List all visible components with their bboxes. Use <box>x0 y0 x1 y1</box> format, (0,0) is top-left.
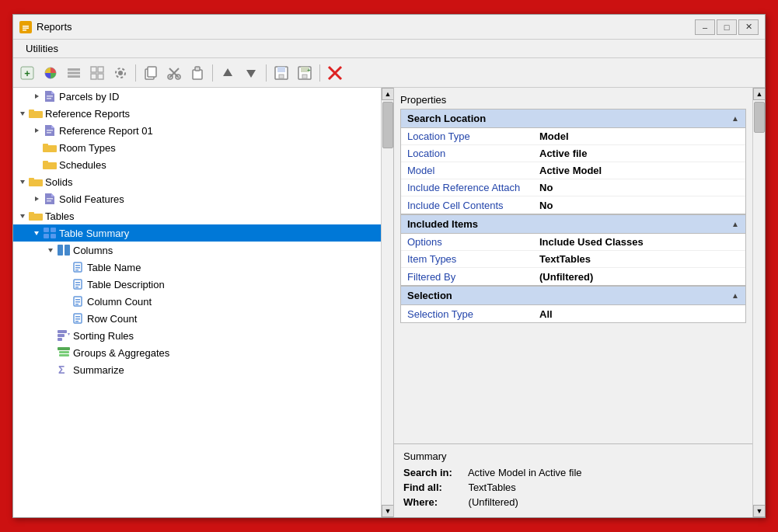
expand-groups[interactable] <box>44 346 57 359</box>
tree-item-solids[interactable]: Solids <box>13 173 393 190</box>
expand-table-name[interactable] <box>58 261 71 273</box>
expand-tables[interactable] <box>16 210 29 222</box>
svg-marker-24 <box>223 68 232 76</box>
right-scroll-down[interactable]: ▼ <box>753 505 765 517</box>
summary-value: Active Model in Active file <box>466 467 582 478</box>
prop-group-header-search-location[interactable]: Search Location▲ <box>401 110 745 128</box>
paste-button[interactable] <box>187 62 208 84</box>
new-button[interactable]: + <box>16 62 38 84</box>
tree-item-tables[interactable]: Tables <box>13 207 393 224</box>
prop-collapse-btn[interactable]: ▲ <box>731 291 739 300</box>
expand-columns[interactable] <box>44 244 57 256</box>
expand-sorting[interactable] <box>44 329 57 342</box>
expand-row-count[interactable] <box>58 312 71 325</box>
tree-item-room-types[interactable]: Room Types <box>13 139 393 156</box>
icon-parcels <box>43 90 57 103</box>
svg-rect-91 <box>58 347 70 350</box>
icon-table-desc <box>71 278 85 290</box>
tree-item-columns[interactable]: Columns <box>13 242 393 259</box>
prop-group-included-items: Included Items▲OptionsInclude Used Class… <box>400 214 746 286</box>
icon-columns <box>57 244 71 256</box>
tree-scrollbar[interactable]: ▲ ▼ <box>381 88 393 517</box>
prop-value: No <box>539 182 553 193</box>
prop-collapse-btn[interactable]: ▲ <box>731 114 739 123</box>
tree-item-solid-features[interactable]: Solid Features <box>13 190 393 207</box>
expand-table-desc[interactable] <box>58 278 71 290</box>
title-bar: Reports – □ ✕ <box>13 15 765 40</box>
prop-row-include-reference-attach: Include Reference AttachNo <box>401 179 745 196</box>
svg-rect-65 <box>51 228 56 232</box>
label-table-summary: Table Summary <box>59 228 129 239</box>
svg-rect-17 <box>148 67 156 77</box>
label-tables: Tables <box>45 210 75 222</box>
cut-button[interactable] <box>163 62 185 84</box>
tree-item-summarize[interactable]: Σ Summarize <box>13 361 393 378</box>
list-view-button[interactable] <box>63 62 85 84</box>
expand-solid-features[interactable] <box>30 193 43 205</box>
tree-item-col-count[interactable]: Column Count <box>13 293 393 310</box>
prop-group-search-location: Search Location▲Location TypeModelLocati… <box>400 109 746 214</box>
expand-solids[interactable] <box>16 176 29 188</box>
prop-group-header-included-items[interactable]: Included Items▲ <box>401 215 745 234</box>
tree-item-schedules[interactable]: Schedules <box>13 156 393 173</box>
scroll-up-button[interactable]: ▲ <box>382 88 394 100</box>
label-groups: Groups & Aggregates <box>73 347 169 359</box>
save-button[interactable] <box>270 62 292 84</box>
right-scrollbar[interactable]: ▲ ▼ <box>752 88 765 517</box>
right-scroll-track[interactable] <box>753 100 765 505</box>
svg-rect-64 <box>44 228 49 232</box>
tree-item-parcels[interactable]: Parcels by ID <box>13 88 393 105</box>
svg-rect-47 <box>47 132 51 134</box>
expand-ref-reports[interactable] <box>16 107 29 120</box>
scroll-thumb[interactable] <box>382 102 393 148</box>
prop-collapse-btn[interactable]: ▲ <box>731 220 739 228</box>
tree-item-groups[interactable]: Groups & Aggregates <box>13 344 393 361</box>
minimize-button[interactable]: – <box>695 19 715 35</box>
table-view-button[interactable] <box>86 62 108 84</box>
toolbar-separator-2 <box>212 64 213 82</box>
tree-item-sorting[interactable]: Sorting Rules <box>13 327 393 344</box>
expand-table-summary[interactable] <box>30 227 43 239</box>
tree-item-ref-reports[interactable]: Reference Reports <box>13 105 393 122</box>
properties-container: Search Location▲Location TypeModelLocati… <box>394 109 752 443</box>
icon-table-summary <box>43 227 57 239</box>
svg-rect-39 <box>47 98 51 99</box>
right-scroll-thumb[interactable] <box>754 102 765 133</box>
expand-parcels[interactable] <box>30 90 43 103</box>
svg-rect-78 <box>75 287 78 288</box>
settings-button[interactable] <box>110 62 131 84</box>
right-scroll-up[interactable]: ▲ <box>753 88 765 100</box>
move-up-button[interactable] <box>217 62 239 84</box>
saveas-button[interactable]: + <box>294 62 316 84</box>
tree-item-ref-report-01[interactable]: Reference Report 01 <box>13 122 393 139</box>
expand-room-types[interactable] <box>30 141 43 154</box>
tree-item-table-summary[interactable]: Table Summary <box>13 224 393 242</box>
close-button[interactable]: ✕ <box>738 19 759 35</box>
svg-rect-80 <box>75 299 80 301</box>
tree-area[interactable]: Parcels by ID Reference Reports Referenc… <box>13 88 393 517</box>
tree-item-row-count[interactable]: Row Count <box>13 310 393 327</box>
svg-marker-63 <box>34 231 39 235</box>
move-down-button[interactable] <box>240 62 262 84</box>
expand-ref-report-01[interactable] <box>30 124 43 137</box>
svg-rect-93 <box>59 354 69 356</box>
expand-schedules[interactable] <box>30 158 43 171</box>
toolbar-separator-3 <box>266 64 267 82</box>
maximize-button[interactable]: □ <box>717 19 737 35</box>
delete-button[interactable] <box>324 62 346 84</box>
expand-summarize[interactable] <box>44 363 57 376</box>
scroll-down-button[interactable]: ▼ <box>382 505 394 517</box>
summary-value: (Unfiltered) <box>466 496 518 508</box>
tree-item-table-name[interactable]: Table Name <box>13 259 393 276</box>
svg-rect-11 <box>98 67 103 72</box>
tree-item-table-desc[interactable]: Table Description <box>13 276 393 293</box>
copy-button[interactable] <box>140 62 162 84</box>
prop-name: Location <box>407 148 539 159</box>
menu-utilities[interactable]: Utilities <box>19 41 65 56</box>
svg-rect-28 <box>279 75 284 78</box>
expand-col-count[interactable] <box>58 295 71 308</box>
scroll-track[interactable] <box>382 100 393 505</box>
label-summarize: Summarize <box>73 364 124 376</box>
prop-group-header-selection[interactable]: Selection▲ <box>401 287 745 305</box>
color-button[interactable] <box>40 62 61 84</box>
